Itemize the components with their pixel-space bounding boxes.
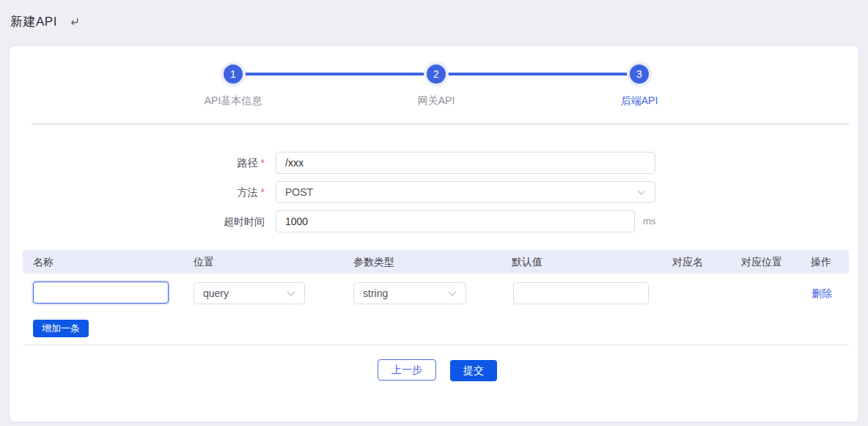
timeout-label-text: 超时时间 <box>224 216 265 227</box>
form-card: 1 2 3 API基本信息 网关API 后端API 路径* 方法* POST 超… <box>9 45 859 422</box>
step-2-circle[interactable]: 2 <box>424 62 449 87</box>
col-header-position: 位置 <box>194 250 214 273</box>
step-3-circle[interactable]: 3 <box>627 62 652 87</box>
param-type-select[interactable]: string <box>353 282 466 304</box>
step-3-number: 3 <box>636 68 642 80</box>
method-required-mark: * <box>261 186 265 198</box>
col-header-mapping-name: 对应名 <box>672 250 703 273</box>
chevron-down-icon <box>448 291 457 296</box>
col-header-default-value: 默认值 <box>512 250 542 273</box>
param-name-input[interactable] <box>33 282 169 304</box>
param-type-value: string <box>363 287 388 299</box>
back-arrow-icon[interactable] <box>69 16 80 27</box>
param-default-value-input[interactable] <box>513 282 649 304</box>
method-select-value: POST <box>285 186 313 198</box>
step-1-label: API基本信息 <box>174 95 292 108</box>
step-3-label: 后端API <box>581 95 698 108</box>
path-label-text: 路径 <box>238 157 258 169</box>
col-header-mapping-position: 对应位置 <box>741 250 782 273</box>
delete-row-link[interactable]: 删除 <box>812 287 832 301</box>
timeout-field-label: 超时时间 <box>10 210 265 232</box>
params-table-header: 名称 位置 参数类型 默认值 对应名 对应位置 操作 <box>23 250 849 273</box>
method-select[interactable]: POST <box>276 181 655 203</box>
add-row-button[interactable]: 增加一条 <box>33 320 89 337</box>
previous-step-button[interactable]: 上一步 <box>378 359 436 381</box>
col-header-param-type: 参数类型 <box>353 250 394 273</box>
submit-button[interactable]: 提交 <box>450 360 497 381</box>
method-label-text: 方法 <box>238 186 258 198</box>
col-header-name: 名称 <box>33 250 54 273</box>
step-1-circle[interactable]: 1 <box>221 62 246 87</box>
param-position-select[interactable]: query <box>194 282 305 304</box>
chevron-down-icon <box>637 190 646 195</box>
step-2-number: 2 <box>433 68 439 80</box>
stepper-connector-1 <box>233 73 436 76</box>
step-2-label: 网关API <box>378 95 495 108</box>
method-field-label: 方法* <box>10 181 265 203</box>
timeout-unit-suffix: ms <box>643 210 655 232</box>
params-table: 名称 位置 参数类型 默认值 对应名 对应位置 操作 query string … <box>23 250 849 345</box>
step-1-number: 1 <box>230 68 236 80</box>
page-title: 新建API <box>10 13 57 30</box>
section-divider <box>32 123 849 125</box>
timeout-input[interactable] <box>276 210 635 232</box>
col-header-action: 操作 <box>811 250 831 273</box>
stepper-connector-2 <box>436 73 639 76</box>
chevron-down-icon <box>287 291 295 296</box>
path-required-mark: * <box>261 157 265 169</box>
path-input[interactable] <box>276 152 655 174</box>
param-position-value: query <box>203 287 229 299</box>
page-header: 新建API <box>10 10 80 32</box>
path-field-label: 路径* <box>10 152 265 174</box>
